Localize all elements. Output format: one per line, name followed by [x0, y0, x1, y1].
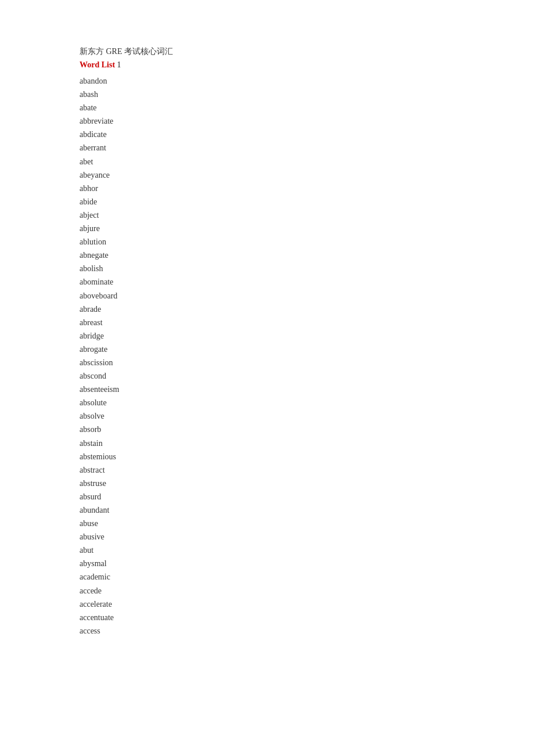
word-list-label: Word List	[80, 60, 115, 69]
list-item: absolve	[80, 409, 454, 423]
list-item: abdicate	[80, 128, 454, 141]
list-item: abject	[80, 208, 454, 222]
list-item: ablution	[80, 235, 454, 249]
list-item: accentuate	[80, 611, 454, 624]
word-list: abandonabashabateabbreviateabdicateaberr…	[80, 74, 454, 638]
list-item: absorb	[80, 423, 454, 436]
list-item: abhor	[80, 182, 454, 195]
page-title: 新东方 GRE 考试核心词汇	[80, 46, 454, 57]
list-item: abundant	[80, 503, 454, 517]
list-item: abeyance	[80, 168, 454, 182]
list-item: abash	[80, 88, 454, 101]
list-item: abet	[80, 155, 454, 168]
list-item: absurd	[80, 490, 454, 503]
list-item: abrogate	[80, 343, 454, 356]
list-item: accelerate	[80, 597, 454, 611]
list-item: abut	[80, 543, 454, 557]
list-item: academic	[80, 570, 454, 584]
list-item: abysmal	[80, 557, 454, 570]
list-item: absenteeism	[80, 383, 454, 396]
list-item: abide	[80, 195, 454, 208]
list-item: abjure	[80, 222, 454, 235]
list-item: abandon	[80, 74, 454, 88]
list-item: abnegate	[80, 249, 454, 262]
list-item: abolish	[80, 262, 454, 275]
list-item: absolute	[80, 396, 454, 409]
list-item: abridge	[80, 329, 454, 343]
list-item: abstemious	[80, 450, 454, 463]
word-list-heading: Word List 1	[80, 60, 454, 70]
list-item: abreast	[80, 316, 454, 329]
word-list-number: 1	[115, 60, 121, 69]
list-item: abusive	[80, 530, 454, 543]
list-item: accede	[80, 584, 454, 597]
list-item: abbreviate	[80, 114, 454, 128]
list-item: aboveboard	[80, 289, 454, 303]
list-item: aberrant	[80, 141, 454, 154]
list-item: access	[80, 624, 454, 638]
list-item: abstract	[80, 463, 454, 477]
list-item: abstruse	[80, 477, 454, 490]
list-item: abscond	[80, 369, 454, 383]
list-item: abuse	[80, 517, 454, 530]
page-container: 新东方 GRE 考试核心词汇 Word List 1 abandonabasha…	[80, 46, 454, 638]
list-item: abominate	[80, 275, 454, 289]
list-item: abscission	[80, 356, 454, 369]
list-item: abrade	[80, 303, 454, 316]
list-item: abstain	[80, 437, 454, 450]
list-item: abate	[80, 101, 454, 114]
